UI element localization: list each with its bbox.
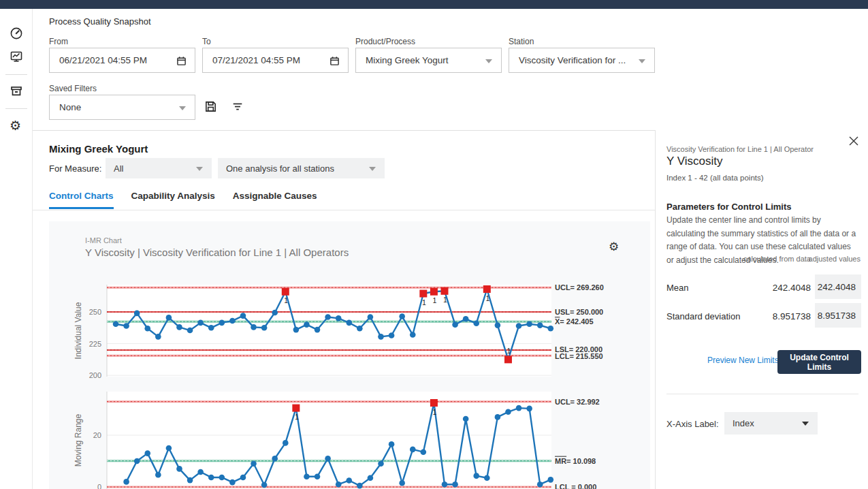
sidebar-divider [5,108,27,109]
chart-settings-gear-icon[interactable]: ⚙ [609,240,619,254]
analysis-value: One analysis for all stations [226,163,334,174]
svg-text:MR= 10.098: MR= 10.098 [555,457,596,465]
product-process-value: Mixing Greek Yogurt [366,55,449,65]
col-header-adjusted: adjusted values [806,254,861,264]
tab-bar: Control Charts Capability Analysis Assig… [49,191,317,209]
saved-filters-value: None [59,102,81,112]
close-icon[interactable] [849,136,861,148]
dashboard-gauge-icon[interactable] [10,27,23,40]
svg-text:225: 225 [89,340,101,348]
panel-title: Y Viscosity [666,155,723,168]
calendar-icon[interactable] [176,56,187,66]
top-navigation-bar [0,0,868,9]
chart-title: Y Viscosity | Viscosity Verification for… [85,247,349,258]
saved-filters-select[interactable]: None [49,95,195,120]
mean-label: Mean [666,283,689,293]
svg-text:LCL= 215.550: LCL= 215.550 [555,352,603,360]
imr-chart-card: 200225250UCL= 269.260USL= 250.000X= 242.… [49,221,650,489]
mean-calculated-value: 242.4048 [750,283,811,293]
mean-adjusted-input[interactable] [815,274,861,299]
update-control-limits-button[interactable]: Update Control Limits [777,350,861,374]
col-header-calculated: calculated from data [743,254,811,264]
chart-type-label: I-MR Chart [85,236,122,245]
calendar-icon[interactable] [329,56,340,66]
svg-text:Moving Range: Moving Range [74,413,83,467]
svg-text:1: 1 [507,347,511,355]
svg-text:X= 242.405: X= 242.405 [555,317,594,326]
mean-adjusted-field[interactable] [815,274,861,299]
svg-text:UCL= 32.992: UCL= 32.992 [555,398,600,406]
svg-text:1: 1 [432,408,436,416]
control-limits-panel: Viscosity Verification for Line 1 | All … [655,130,868,489]
measure-value: All [114,163,123,174]
svg-text:1: 1 [443,296,447,304]
svg-text:0: 0 [97,483,101,489]
svg-text:USL= 250.000: USL= 250.000 [555,308,603,316]
archive-box-icon[interactable] [10,84,23,98]
tab-capability-analysis[interactable]: Capability Analysis [131,191,215,209]
chevron-down-icon [179,106,186,110]
panel-divider [666,394,858,394]
saved-filters-label: Saved Filters [49,84,97,93]
index-range-text: Index 1 - 42 (all data points) [666,174,764,182]
sidebar: ⚙ [0,9,33,489]
filter-button[interactable] [231,101,244,113]
save-filter-button[interactable] [204,100,217,113]
chevron-down-icon [196,167,203,171]
svg-text:1: 1 [422,298,426,306]
measure-select[interactable]: All [106,158,212,178]
settings-gear-icon[interactable]: ⚙ [10,119,23,133]
chevron-down-icon [802,422,809,426]
reports-chart-icon[interactable] [10,50,23,63]
product-process-label: Product/Process [355,37,415,46]
product-process-select[interactable]: Mixing Greek Yogurt [355,48,502,73]
save-floppy-icon [204,100,217,113]
preview-new-limits-link[interactable]: Preview New Limits [707,356,779,365]
stddev-label: Standard deviation [666,311,740,321]
stddev-adjusted-input[interactable] [815,303,861,328]
filter-lines-icon [231,101,244,113]
analysis-select[interactable]: One analysis for all stations [218,158,385,178]
sidebar-divider [5,74,27,75]
stddev-calculated-value: 8.951738 [750,311,811,321]
from-label: From [49,37,68,46]
chevron-down-icon [485,59,492,63]
svg-text:1: 1 [485,294,489,302]
svg-text:LCL = 0.000: LCL = 0.000 [555,483,596,489]
x-axis-value: Index [733,418,754,428]
stddev-adjusted-field[interactable] [815,303,861,328]
station-select[interactable]: Viscosity Verification for ... [509,48,655,73]
station-label: Station [509,37,534,46]
svg-text:UCL= 269.260: UCL= 269.260 [555,283,604,291]
product-heading: Mixing Greek Yogurt [49,143,148,155]
from-date-value[interactable] [50,48,195,72]
chevron-down-icon [639,59,645,63]
x-axis-label: X-Axis Label: [666,419,719,429]
tab-assignable-causes[interactable]: Assignable Causes [233,191,317,209]
x-axis-select[interactable]: Index [724,412,818,435]
svg-text:20: 20 [93,431,101,439]
tab-control-charts[interactable]: Control Charts [49,191,114,209]
imr-chart: 200225250UCL= 269.260USL= 250.000X= 242.… [49,221,650,489]
to-label: To [202,37,211,46]
for-measure-label: For Measure: [49,163,101,174]
svg-text:1: 1 [432,296,436,304]
svg-text:1: 1 [284,296,288,304]
tab-divider [33,210,655,210]
params-heading: Parameters for Control Limits [666,202,792,212]
svg-text:200: 200 [89,371,101,379]
svg-text:250: 250 [89,308,101,316]
station-value: Viscosity Verification for ... [519,55,626,65]
panel-subtitle: Viscosity Verification for Line 1 | All … [666,145,814,153]
svg-text:1: 1 [295,413,299,421]
page-title: Process Quality Snapshot [49,16,151,27]
svg-text:Individual Value: Individual Value [74,302,83,359]
chevron-down-icon [369,167,376,171]
to-date-input[interactable] [202,48,349,73]
from-date-input[interactable] [49,48,195,73]
to-date-value[interactable] [203,48,348,72]
